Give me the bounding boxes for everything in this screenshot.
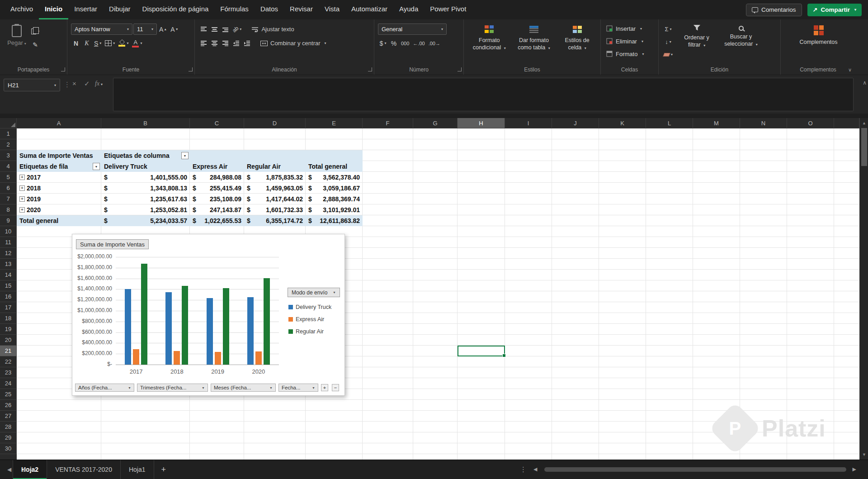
pivot-row-labels-header[interactable]: Etiquetas de fila▼ [17, 161, 101, 172]
addins-button[interactable]: Complementos [784, 22, 853, 46]
bar-regular-air-2019[interactable] [223, 288, 229, 365]
pivot-value-cell[interactable]: $1,235,617.63 [101, 194, 190, 204]
row-header-20[interactable]: 20 [0, 335, 17, 346]
formula-input[interactable] [113, 78, 854, 111]
legend-item-express-air[interactable]: Express Air [288, 315, 331, 323]
column-header-J[interactable]: J [552, 118, 599, 128]
column-header-O[interactable]: O [787, 118, 834, 128]
horizontal-scrollbar[interactable]: ◀ ▶ [532, 460, 858, 479]
pivot-value-cell[interactable]: $1,875,835.32 [244, 172, 306, 183]
sheet-grid[interactable]: Suma de Importe VentasEtiquetas de colum… [17, 128, 859, 460]
pivot-row-filter-dropdown[interactable]: ▼ [93, 163, 100, 170]
row-header-21[interactable]: 21 [0, 346, 17, 356]
row-header-25[interactable]: 25 [0, 389, 17, 400]
align-left-button[interactable] [198, 38, 208, 49]
font-dialog-launcher-icon[interactable] [189, 67, 193, 71]
pivot-row-2019[interactable]: +2019 [17, 194, 101, 204]
column-header-H[interactable]: H [458, 118, 505, 128]
sheet-tab-ventas-2017-2020[interactable]: VENTAS 2017-2020 [47, 460, 120, 479]
name-box[interactable]: H21▾ [4, 79, 60, 91]
row-header-7[interactable]: 7 [0, 194, 17, 204]
alignment-dialog-launcher-icon[interactable] [368, 67, 372, 71]
row-header-12[interactable]: 12 [0, 248, 17, 259]
pivot-column-regular-air[interactable]: Regular Air [244, 161, 306, 172]
bar-regular-air-2018[interactable] [182, 286, 188, 365]
pivot-value-cell[interactable]: $1,417,644.02 [244, 194, 306, 204]
pivot-column-express-air[interactable]: Express Air [190, 161, 244, 172]
fill-color-button[interactable]: ▾ [117, 38, 130, 49]
row-header-18[interactable]: 18 [0, 313, 17, 324]
more-options-icon[interactable]: ⋮ [520, 465, 527, 474]
merge-center-button[interactable]: Combinar y centrar▾ [259, 38, 328, 49]
font-size-select[interactable]: 11▾ [133, 24, 157, 35]
pivot-total-label[interactable]: Total general [17, 215, 101, 226]
bar-delivery-truck-2019[interactable] [207, 298, 213, 365]
row-header-24[interactable]: 24 [0, 378, 17, 389]
bar-regular-air-2020[interactable] [264, 278, 270, 365]
expand-icon[interactable]: + [19, 207, 25, 213]
pivot-row-2020[interactable]: +2020 [17, 204, 101, 215]
pivot-value-cell[interactable]: $1,401,555.00 [101, 172, 190, 183]
column-header-A[interactable]: A [17, 118, 101, 128]
share-button[interactable]: ↗ Compartir ▾ [807, 4, 862, 16]
chart-field-button-meses-fecha[interactable]: Meses (Fecha...▼ [211, 384, 276, 392]
increase-decimal-button[interactable]: ←.00 [411, 38, 426, 49]
orientation-button[interactable]: ab▾ [231, 24, 243, 35]
copy-button[interactable]: ▾ [30, 26, 41, 37]
menu-tab-revisar[interactable]: Revisar [284, 0, 319, 19]
chart-value-field-button[interactable]: Suma de Importe Ventas [76, 239, 149, 249]
tabs-scroll-right-icon[interactable]: ▶ [18, 466, 33, 473]
align-bottom-button[interactable] [220, 24, 230, 35]
expand-icon[interactable]: + [19, 196, 25, 202]
menu-tab-insertar[interactable]: Insertar [68, 0, 103, 19]
column-header-L[interactable]: L [646, 118, 693, 128]
row-header-10[interactable]: 10 [0, 226, 17, 237]
bar-express-air-2017[interactable] [133, 349, 139, 365]
cancel-icon[interactable]: × [72, 80, 76, 87]
pivot-total-cell[interactable]: $12,611,863.82 [306, 215, 363, 226]
row-header-5[interactable]: 5 [0, 172, 17, 183]
increase-indent-button[interactable] [242, 38, 252, 49]
pivot-column-labels-header[interactable]: Etiquetas de columna▼ [101, 150, 190, 161]
row-header-1[interactable]: 1 [0, 128, 17, 139]
row-header-22[interactable]: 22 [0, 356, 17, 367]
chart-legend-field-button[interactable]: Modo de envío▼ [288, 288, 340, 297]
find-select-button[interactable]: Buscar y seleccionar ▾ [719, 22, 763, 61]
pivot-total-cell[interactable]: $5,234,033.57 [101, 215, 190, 226]
font-name-select[interactable]: Aptos Narrow▾ [71, 24, 132, 35]
decrease-indent-button[interactable] [231, 38, 241, 49]
menu-tab-f-rmulas[interactable]: Fórmulas [214, 0, 255, 19]
pivot-value-cell[interactable]: $3,562,378.40 [306, 172, 363, 183]
row-header-3[interactable]: 3 [0, 150, 17, 161]
row-header-28[interactable]: 28 [0, 422, 17, 432]
row-header-4[interactable]: 4 [0, 161, 17, 172]
fill-button[interactable]: ↓▾ [662, 36, 674, 48]
pivot-value-cell[interactable]: $3,101,929.01 [306, 204, 363, 215]
add-sheet-button[interactable]: + [154, 465, 174, 474]
column-header-M[interactable]: M [693, 118, 740, 128]
format-painter-button[interactable]: ✎ [30, 39, 41, 50]
menu-tab-inicio[interactable]: Inicio [39, 0, 68, 19]
column-header-E[interactable]: E [306, 118, 363, 128]
row-header-14[interactable]: 14 [0, 270, 17, 280]
pivot-column-delivery-truck[interactable]: Delivery Truck [101, 161, 190, 172]
delete-cells-button[interactable]: Eliminar▾ [604, 35, 656, 47]
bold-button[interactable]: N [71, 38, 81, 49]
pivot-value-cell[interactable]: $235,108.09 [190, 194, 244, 204]
pivot-value-cell[interactable]: $284,988.08 [190, 172, 244, 183]
row-header-9[interactable]: 9 [0, 215, 17, 226]
autosum-button[interactable]: Σ▾ [662, 23, 674, 35]
column-header-B[interactable]: B [101, 118, 190, 128]
sheet-tab-hoja1[interactable]: Hoja1 [120, 460, 154, 479]
scroll-right-icon[interactable]: ▶ [853, 466, 856, 472]
pivot-column-total-general[interactable]: Total general [306, 161, 363, 172]
comma-format-button[interactable]: 000 [400, 38, 410, 49]
pivot-row-2017[interactable]: +2017 [17, 172, 101, 183]
chart-collapse-button[interactable]: − [332, 384, 339, 391]
bar-express-air-2018[interactable] [174, 351, 180, 365]
chart-expand-button[interactable]: + [321, 384, 328, 391]
column-header-G[interactable]: G [413, 118, 458, 128]
bar-express-air-2019[interactable] [215, 352, 221, 365]
selected-cell[interactable] [458, 346, 505, 356]
legend-item-delivery-truck[interactable]: Delivery Truck [288, 303, 331, 311]
